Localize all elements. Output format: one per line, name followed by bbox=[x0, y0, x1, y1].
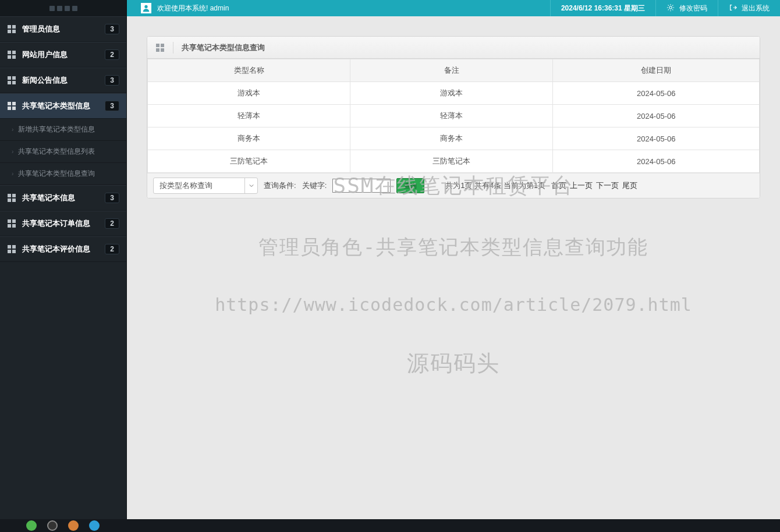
table-cell: 轻薄本 bbox=[350, 105, 553, 127]
sidebar-top-handle bbox=[0, 0, 126, 16]
sidebar-item-reviews[interactable]: 共享笔记本评价信息 2 bbox=[0, 236, 126, 262]
sidebar-badge: 3 bbox=[105, 24, 119, 34]
svg-rect-26 bbox=[8, 250, 11, 253]
sidebar-badge: 2 bbox=[105, 49, 119, 60]
header-datetime: 2024/6/12 16:36:31 星期三 bbox=[550, 0, 655, 16]
pager-prev[interactable]: 上一页 bbox=[570, 180, 593, 191]
col-remark: 备注 bbox=[350, 59, 553, 82]
sidebar-item-notebook-type[interactable]: 共享笔记本类型信息 3 bbox=[0, 93, 126, 119]
svg-rect-17 bbox=[12, 194, 16, 197]
svg-rect-13 bbox=[12, 102, 16, 105]
svg-rect-2 bbox=[8, 30, 11, 33]
panel-title: 共享笔记本类型信息查询 bbox=[182, 42, 265, 53]
grid-icon bbox=[7, 24, 16, 34]
query-submit-button[interactable]: 查询 bbox=[396, 178, 424, 193]
table-cell: 游戏本 bbox=[148, 82, 350, 105]
change-password-button[interactable]: 修改密码 bbox=[655, 0, 718, 16]
sidebar-sub-query[interactable]: 共享笔记本类型信息查询 bbox=[0, 163, 126, 185]
svg-rect-31 bbox=[161, 44, 164, 47]
table-cell: 2024-05-06 bbox=[553, 127, 760, 150]
keyword-input[interactable] bbox=[332, 179, 391, 193]
sidebar-sub-list[interactable]: 共享笔记本类型信息列表 bbox=[0, 141, 126, 163]
table-cell: 商务本 bbox=[350, 127, 553, 150]
table-cell: 2024-05-06 bbox=[553, 150, 760, 173]
sidebar-badge: 3 bbox=[105, 193, 119, 203]
sidebar-item-label: 共享笔记本信息 bbox=[22, 193, 105, 203]
sidebar-sub-label: 新增共享笔记本类型信息 bbox=[18, 125, 95, 134]
table-cell: 商务本 bbox=[148, 127, 350, 150]
table-cell: 三防笔记本 bbox=[350, 150, 553, 173]
table-row[interactable]: 三防笔记本三防笔记本2024-05-06 bbox=[148, 150, 760, 173]
svg-rect-24 bbox=[8, 245, 11, 249]
svg-rect-11 bbox=[12, 81, 16, 84]
svg-rect-6 bbox=[8, 55, 11, 59]
svg-rect-8 bbox=[8, 76, 11, 80]
sidebar-sub-label: 共享笔记本类型信息查询 bbox=[18, 169, 95, 179]
dropdown-label: 按类型名称查询 bbox=[154, 180, 244, 191]
svg-rect-25 bbox=[12, 245, 16, 249]
header-bar: 欢迎使用本系统! admin 2024/6/12 16:36:31 星期三 修改… bbox=[127, 0, 780, 16]
svg-point-28 bbox=[144, 5, 147, 8]
svg-rect-32 bbox=[156, 48, 159, 52]
query-type-dropdown[interactable]: 按类型名称查询 bbox=[153, 178, 258, 194]
taskbar-icon[interactable] bbox=[89, 520, 100, 531]
change-password-label: 修改密码 bbox=[679, 3, 707, 13]
svg-rect-3 bbox=[12, 30, 16, 33]
svg-rect-14 bbox=[8, 107, 11, 110]
query-cond-label: 查询条件: bbox=[264, 180, 296, 191]
taskbar-icon[interactable] bbox=[26, 520, 37, 531]
chevron-down-icon bbox=[244, 178, 257, 193]
query-bar: 按类型名称查询 查询条件: 关键字: 查询 共为1页 共有4条 当前为第1页 首… bbox=[147, 173, 760, 198]
sidebar-item-notebook[interactable]: 共享笔记本信息 3 bbox=[0, 185, 126, 211]
sidebar-sub-label: 共享笔记本类型信息列表 bbox=[18, 147, 95, 157]
table-row[interactable]: 商务本商务本2024-05-06 bbox=[148, 127, 760, 150]
sidebar-item-news[interactable]: 新闻公告信息 3 bbox=[0, 68, 126, 93]
table-row[interactable]: 轻薄本轻薄本2024-05-06 bbox=[148, 105, 760, 127]
col-date: 创建日期 bbox=[553, 59, 760, 82]
grid-icon bbox=[7, 50, 16, 59]
svg-rect-5 bbox=[12, 51, 16, 54]
svg-point-29 bbox=[669, 6, 672, 8]
svg-rect-30 bbox=[156, 44, 159, 47]
pager-first[interactable]: 首页 bbox=[551, 180, 566, 191]
logout-icon bbox=[729, 3, 737, 13]
svg-rect-7 bbox=[12, 55, 16, 59]
svg-rect-27 bbox=[12, 250, 16, 253]
logout-button[interactable]: 退出系统 bbox=[718, 0, 780, 16]
sidebar-item-admin[interactable]: 管理员信息 3 bbox=[0, 16, 126, 42]
table-cell: 2024-05-06 bbox=[553, 105, 760, 127]
grid-icon bbox=[155, 43, 165, 52]
svg-rect-15 bbox=[12, 107, 16, 110]
table-row[interactable]: 游戏本游戏本2024-05-06 bbox=[148, 82, 760, 105]
grid-icon bbox=[7, 193, 16, 203]
sidebar-sub-add[interactable]: 新增共享笔记本类型信息 bbox=[0, 119, 126, 141]
svg-rect-23 bbox=[12, 224, 16, 228]
svg-rect-19 bbox=[12, 198, 16, 202]
svg-rect-20 bbox=[8, 219, 11, 223]
sidebar-badge: 3 bbox=[105, 75, 119, 86]
taskbar-icon[interactable] bbox=[47, 520, 58, 531]
table-cell: 轻薄本 bbox=[148, 105, 350, 127]
pager-next[interactable]: 下一页 bbox=[596, 180, 619, 191]
sidebar-badge: 3 bbox=[105, 101, 119, 111]
svg-rect-10 bbox=[8, 81, 11, 84]
sidebar-item-label: 共享笔记本类型信息 bbox=[22, 101, 105, 111]
table-cell: 2024-05-06 bbox=[553, 82, 760, 105]
svg-rect-12 bbox=[8, 102, 11, 105]
grid-icon bbox=[7, 76, 16, 85]
svg-rect-0 bbox=[8, 25, 11, 29]
sidebar-item-label: 新闻公告信息 bbox=[22, 75, 105, 86]
svg-rect-4 bbox=[8, 51, 11, 54]
query-keyword-label: 关键字: bbox=[302, 180, 327, 191]
grid-icon bbox=[7, 219, 16, 228]
svg-rect-18 bbox=[8, 198, 11, 202]
pager-last[interactable]: 尾页 bbox=[622, 180, 637, 191]
taskbar bbox=[0, 519, 780, 532]
sidebar-item-users[interactable]: 网站用户信息 2 bbox=[0, 42, 126, 68]
taskbar-icon[interactable] bbox=[68, 520, 79, 531]
svg-rect-33 bbox=[161, 48, 164, 52]
sidebar-item-orders[interactable]: 共享笔记本订单信息 2 bbox=[0, 211, 126, 236]
svg-rect-16 bbox=[8, 194, 11, 197]
svg-rect-9 bbox=[12, 76, 16, 80]
panel-header: 共享笔记本类型信息查询 bbox=[147, 37, 760, 59]
